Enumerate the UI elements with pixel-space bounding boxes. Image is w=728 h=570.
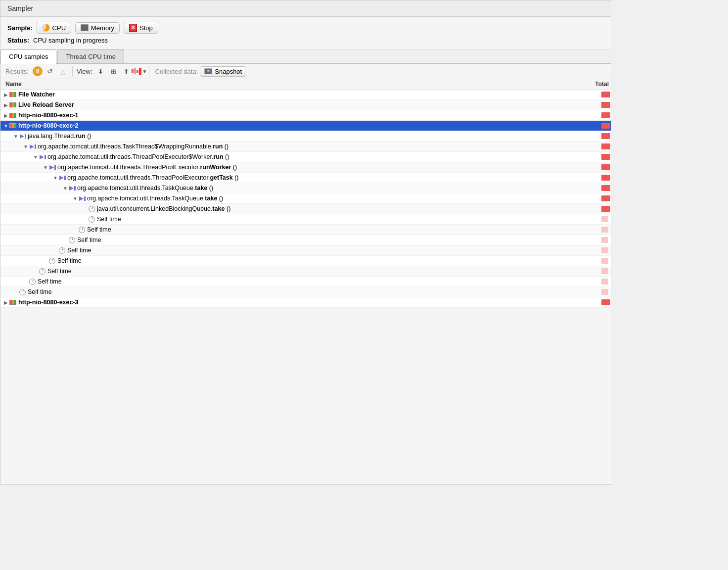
expand-arrow[interactable] (72, 226, 79, 233)
stop-button[interactable]: ✕ Stop (124, 22, 158, 34)
table-row[interactable]: ▼org.apache.tomcat.util.threads.TaskQueu… (0, 193, 611, 204)
table-row[interactable]: Self time (0, 235, 611, 245)
bar-cell (600, 288, 611, 296)
view-chart-button[interactable]: ▼ (134, 66, 145, 77)
tabs-bar: CPU samples Thread CPU time (0, 49, 611, 64)
delta-icon: △ (60, 68, 65, 75)
expand-arrow[interactable]: ▼ (32, 153, 39, 160)
table-row[interactable]: ▼org.apache.tomcat.util.threads.TaskThre… (0, 142, 611, 152)
bar-cell (600, 215, 611, 223)
refresh-button[interactable]: ↺ (45, 66, 55, 77)
svg-rect-1 (25, 134, 26, 139)
table-row[interactable]: Self time (0, 277, 611, 287)
expand-arrow[interactable]: ▼ (52, 174, 59, 181)
tree-area: ▶File Watcher▶Live Reload Server▶http-ni… (0, 90, 611, 308)
snapshot-button[interactable]: ≡ Snapshot (200, 66, 246, 77)
expand-arrow[interactable]: ▶ (2, 112, 9, 119)
table-row[interactable]: ▼org.apache.tomcat.util.threads.TaskQueu… (0, 183, 611, 193)
expand-arrow[interactable] (12, 288, 19, 295)
table-row[interactable]: java.util.concurrent.LinkedBlockingQueue… (0, 204, 611, 214)
clock-icon (69, 237, 75, 243)
expand-arrow[interactable] (82, 216, 89, 223)
bar-cell (600, 278, 611, 285)
divider-2 (149, 66, 149, 76)
memory-button[interactable]: Memory (75, 22, 120, 34)
pause-button[interactable]: ⏸ (33, 66, 43, 76)
bar-cell (600, 142, 611, 150)
table-row[interactable]: ▼org.apache.tomcat.util.threads.ThreadPo… (0, 173, 611, 183)
expand-arrow[interactable] (32, 268, 39, 275)
expand-arrow[interactable] (42, 257, 49, 264)
expand-arrow[interactable]: ▶ (2, 299, 9, 306)
clock-icon (19, 289, 26, 295)
thread-icon (9, 113, 16, 118)
table-row[interactable]: Self time (0, 225, 611, 235)
bar-cell (600, 236, 611, 244)
view-grid-button[interactable]: ⊞ (108, 66, 119, 77)
method-icon (29, 143, 36, 150)
bar-cell (600, 194, 611, 202)
table-row[interactable]: ▼org.apache.tomcat.util.threads.ThreadPo… (0, 152, 611, 162)
expand-arrow[interactable]: ▼ (72, 195, 79, 202)
svg-marker-10 (69, 186, 74, 190)
bar-cell (600, 226, 611, 234)
stop-icon: ✕ (129, 24, 137, 32)
table-row[interactable]: ▶Live Reload Server (0, 100, 611, 110)
svg-marker-2 (30, 144, 34, 149)
status-row: Status: CPU sampling in progress (7, 37, 604, 44)
table-row[interactable]: ▶http-nio-8080-exec-1 (0, 110, 611, 121)
method-icon (39, 153, 46, 160)
cpu-button[interactable]: CPU (37, 22, 71, 34)
expand-arrow[interactable]: ▶ (2, 101, 9, 108)
title-bar: Sampler (0, 0, 611, 17)
status-label: Status: (7, 37, 29, 44)
filter-icon: ⬆ (124, 68, 129, 75)
expand-arrow[interactable]: ▼ (22, 143, 29, 150)
method-icon (59, 174, 66, 181)
table-row[interactable]: ▼org.apache.tomcat.util.threads.ThreadPo… (0, 162, 611, 173)
table-row[interactable]: Self time (0, 266, 611, 277)
delta-button[interactable]: △ (57, 66, 68, 77)
expand-arrow[interactable]: ▼ (42, 164, 49, 171)
expand-arrow[interactable] (82, 205, 89, 212)
table-row[interactable]: ▶File Watcher (0, 90, 611, 100)
expand-arrow[interactable] (22, 278, 29, 285)
row-name: Self time (87, 226, 111, 233)
bar-cell (600, 267, 611, 275)
expand-arrow[interactable] (62, 237, 69, 243)
row-name: Self time (57, 257, 82, 264)
chart-dropdown-icon: ▼ (142, 69, 147, 74)
row-name: http-nio-8080-exec-2 (18, 122, 79, 129)
expand-arrow[interactable]: ▼ (2, 122, 9, 129)
row-name: org.apache.tomcat.util.threads.ThreadPoo… (57, 164, 237, 171)
table-row[interactable]: Self time (0, 287, 611, 297)
list-view-icon: ⬇ (98, 68, 103, 75)
view-list-button[interactable]: ⬇ (95, 66, 106, 77)
sample-label: Sample: (7, 24, 33, 32)
tab-cpu-samples[interactable]: CPU samples (0, 49, 56, 64)
bar-cell (600, 111, 611, 119)
cpu-icon (42, 24, 50, 32)
thread-icon (9, 102, 16, 107)
collected-label: Collected data: (155, 68, 198, 75)
table-row[interactable]: Self time (0, 256, 611, 266)
table-row[interactable]: ▶http-nio-8080-exec-3 (0, 297, 611, 308)
col-name-header: Name (5, 81, 571, 88)
expand-arrow[interactable]: ▶ (2, 91, 9, 98)
table-row[interactable]: ▼java.lang.Thread.run () (0, 131, 611, 142)
expand-arrow[interactable]: ▼ (62, 185, 69, 191)
view-filter-button[interactable]: ⬆ (121, 66, 132, 77)
expand-arrow[interactable] (52, 247, 59, 254)
table-row[interactable]: Self time (0, 245, 611, 256)
method-icon (69, 185, 76, 191)
tab-thread-cpu-time[interactable]: Thread CPU time (57, 49, 124, 63)
sample-row: Sample: CPU Memory ✕ Stop (7, 22, 604, 34)
expand-arrow[interactable]: ▼ (12, 133, 19, 140)
table-row[interactable]: ▼http-nio-8080-exec-2 (0, 121, 611, 131)
bar-cell (600, 174, 611, 182)
table-row[interactable]: Self time (0, 214, 611, 225)
svg-rect-5 (45, 155, 46, 159)
svg-rect-11 (74, 186, 76, 190)
row-name: Self time (67, 247, 91, 254)
method-icon (49, 164, 56, 171)
